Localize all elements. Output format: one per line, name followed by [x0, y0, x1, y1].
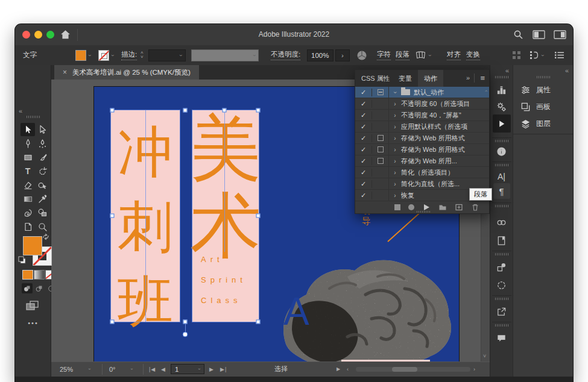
screen-mode-icon[interactable] [25, 300, 40, 314]
panelcol-grip[interactable] [537, 76, 550, 78]
stroke-panel-link[interactable]: 描边: [121, 50, 137, 60]
next-artboard-icon[interactable]: ▶ [209, 362, 214, 376]
select-similar-chevron-icon[interactable]: › [540, 54, 546, 56]
edit-toolbar-button[interactable]: ••• [15, 319, 51, 327]
tool-type[interactable]: T [21, 164, 35, 178]
strip-grip[interactable] [495, 140, 508, 142]
dialog-toggle[interactable] [372, 144, 389, 155]
character-panel-link[interactable]: 字符 [377, 50, 391, 60]
tool-curvature[interactable] [35, 137, 49, 150]
zoom-chevron-icon[interactable]: › [89, 362, 90, 376]
scroll-left-icon[interactable]: ‹ [347, 362, 349, 376]
tool-rotate[interactable] [35, 164, 49, 178]
dialog-toggle[interactable] [372, 155, 389, 166]
comments-icon[interactable] [493, 330, 510, 346]
transform-panel-link[interactable]: 变换 [466, 50, 480, 60]
tool-shape-builder[interactable] [35, 178, 49, 192]
expand-icon[interactable]: › [389, 112, 401, 119]
pink-strip[interactable] [341, 360, 430, 362]
dialog-toggle[interactable] [372, 110, 389, 121]
envelope-chevron-icon[interactable]: › [427, 54, 433, 56]
tool-zoom[interactable] [35, 220, 49, 233]
dialog-toggle[interactable] [372, 87, 389, 98]
stroke-width-select[interactable]: › [148, 49, 186, 61]
selection-handle[interactable] [110, 108, 115, 113]
recolor-artwork-icon[interactable] [356, 45, 367, 65]
opacity-link[interactable]: 不透明度: [271, 50, 300, 60]
actions-play-icon[interactable] [493, 114, 511, 133]
arrange-documents-icon[interactable] [533, 30, 545, 42]
strip-grip[interactable] [495, 324, 508, 327]
swap-fill-stroke-icon[interactable] [42, 232, 49, 243]
horizontal-scrollbar-thumb[interactable] [392, 367, 417, 372]
zoom-level[interactable]: 25% [60, 362, 73, 376]
tool-blend[interactable] [21, 206, 35, 219]
document-tab[interactable]: × 美术高考培训.ai @ 25 % (CMYK/预览) [54, 65, 199, 80]
opacity-value-field[interactable]: 100% [307, 49, 334, 61]
toggle-item-check[interactable]: ✓ [355, 180, 372, 188]
selection-handle[interactable] [183, 320, 188, 324]
new-action-icon[interactable] [455, 203, 463, 211]
horizontal-scrollbar[interactable] [356, 367, 470, 372]
tool-paintbrush[interactable] [35, 151, 49, 164]
strip-grip[interactable] [495, 164, 508, 166]
play-action-icon[interactable] [422, 203, 431, 211]
record-icon[interactable] [408, 204, 414, 210]
toggle-item-check[interactable]: ✓ [355, 192, 372, 199]
last-artboard-icon[interactable]: ▶| [220, 362, 227, 376]
expand-icon[interactable]: › [389, 192, 401, 199]
paragraph-panel-icon[interactable]: ¶ [493, 183, 510, 199]
action-row[interactable]: ✓ › 应用默认样式（所选项 [355, 121, 489, 133]
dialog-toggle[interactable] [372, 133, 389, 143]
default-fill-stroke-icon[interactable] [18, 255, 26, 266]
collapse-panels-icon[interactable]: « [565, 67, 569, 74]
rotate-handle[interactable] [183, 332, 188, 337]
opacity-more-button[interactable]: › [335, 49, 350, 61]
new-set-folder-icon[interactable] [438, 203, 447, 211]
tool-artboard[interactable] [21, 220, 35, 233]
first-artboard-icon[interactable]: |◀ [149, 362, 156, 376]
toggle-item-check[interactable]: ✓ [355, 89, 372, 96]
delete-action-icon[interactable] [471, 203, 479, 211]
dialog-toggle[interactable] [372, 167, 389, 178]
expand-icon[interactable]: › [389, 101, 401, 107]
selection-handle[interactable] [110, 214, 115, 218]
tab-css-properties[interactable]: CSS 属性 [355, 70, 396, 87]
expand-icon[interactable]: › [389, 146, 401, 153]
selection-handle[interactable] [256, 108, 261, 113]
tool-shape[interactable] [35, 206, 49, 219]
asset-export-icon[interactable] [493, 259, 510, 275]
action-row[interactable]: ✓ › 存储为 Web 所用格式 [355, 144, 489, 155]
expand-icon[interactable]: › [389, 158, 401, 164]
dialog-toggle[interactable] [372, 98, 389, 109]
expand-icon[interactable]: › [389, 124, 401, 130]
select-similar-icon[interactable]: › [529, 45, 543, 65]
fill-color-swatch[interactable] [75, 50, 86, 61]
action-row[interactable]: ✓ › 不透明度 40，“屏幕” [355, 110, 489, 121]
search-icon[interactable] [513, 30, 523, 42]
stop-playing-icon[interactable] [394, 204, 400, 210]
fill-color-box[interactable] [23, 236, 42, 255]
rotation-value[interactable]: 0° [109, 362, 116, 376]
stroke-chevron-icon[interactable]: › [110, 54, 116, 56]
toggle-item-check[interactable]: ✓ [355, 134, 372, 142]
collapse-strip-icon[interactable]: « [505, 67, 509, 74]
draw-normal-button[interactable] [22, 283, 33, 293]
selection-handle[interactable] [110, 320, 115, 324]
tools-grip[interactable] [27, 116, 40, 118]
dialog-toggle[interactable] [372, 190, 389, 201]
strip-grip[interactable] [495, 205, 508, 207]
strip-grip[interactable] [495, 76, 508, 78]
envelope-distort-icon[interactable]: › [415, 45, 431, 65]
tab-actions[interactable]: 动作 [418, 70, 443, 87]
collapse-tools-icon[interactable]: « [19, 107, 22, 114]
stroke-profile-select[interactable]: › [191, 49, 259, 61]
toggle-item-check[interactable]: ✓ [355, 146, 372, 154]
tool-eraser[interactable] [21, 178, 35, 192]
character-panel-icon[interactable]: A| [493, 169, 510, 184]
fill-chevron-icon[interactable]: › [87, 54, 93, 56]
paragraph-panel-link[interactable]: 段落 [396, 50, 409, 60]
expand-icon[interactable]: › [389, 135, 401, 142]
overlay-letter-a[interactable]: A [283, 289, 309, 334]
selection-handle[interactable] [223, 108, 227, 113]
